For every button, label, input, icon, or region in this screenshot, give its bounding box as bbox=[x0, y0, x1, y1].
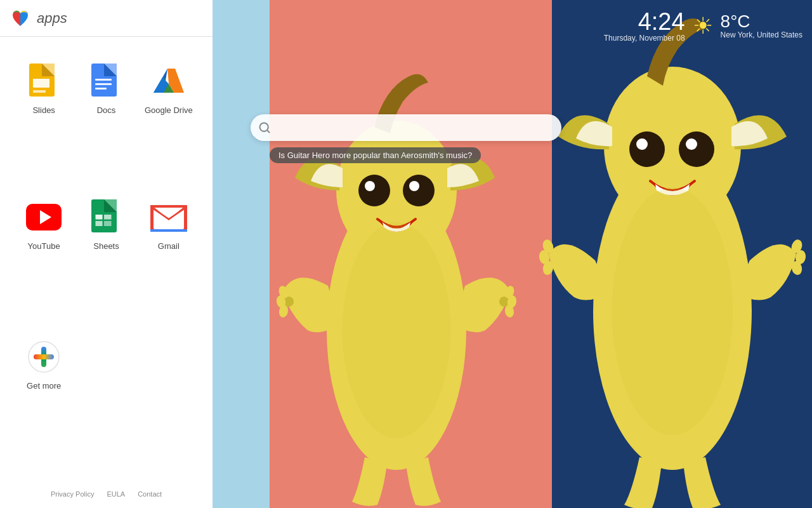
search-input-wrapper bbox=[251, 114, 561, 141]
sidebar-footer: Privacy Policy EULA Contact bbox=[0, 480, 213, 508]
svg-point-14 bbox=[343, 222, 450, 438]
get-more-label: Get more bbox=[27, 381, 61, 391]
svg-point-18 bbox=[679, 131, 714, 167]
app-item-gmail[interactable]: Gmail bbox=[138, 192, 200, 328]
svg-point-2 bbox=[358, 175, 390, 206]
svg-rect-32 bbox=[33, 79, 49, 88]
youtube-label: YouTube bbox=[28, 241, 60, 251]
search-bar: Is Guitar Hero more popular than Aerosmi… bbox=[251, 114, 561, 141]
apps-title: apps bbox=[37, 10, 67, 27]
sidebar: apps Slides bbox=[0, 0, 213, 508]
docs-label: Docs bbox=[97, 105, 116, 115]
sheets-label: Sheets bbox=[93, 241, 119, 251]
svg-rect-58 bbox=[34, 354, 54, 359]
privacy-policy-link[interactable]: Privacy Policy bbox=[51, 490, 94, 498]
apps-grid: Slides Docs bbox=[0, 37, 213, 480]
heart-logo bbox=[10, 8, 30, 29]
time-display: 4:24 bbox=[604, 10, 685, 34]
svg-rect-33 bbox=[33, 90, 46, 93]
app-item-sheets[interactable]: Sheets bbox=[75, 192, 137, 328]
slides-icon bbox=[25, 62, 63, 100]
svg-rect-38 bbox=[95, 88, 107, 90]
svg-rect-36 bbox=[95, 79, 112, 81]
slides-label: Slides bbox=[32, 105, 55, 115]
weather-widget: 4:24 Thursday, November 08 ☀ 8°C New Yor… bbox=[604, 10, 802, 43]
docs-icon bbox=[87, 62, 125, 100]
svg-rect-46 bbox=[104, 221, 112, 226]
svg-point-27 bbox=[612, 187, 733, 435]
svg-point-3 bbox=[403, 175, 435, 206]
sun-icon: ☀ bbox=[693, 13, 713, 39]
app-item-docs[interactable]: Docs bbox=[75, 56, 137, 192]
banana-character-right bbox=[539, 13, 806, 508]
svg-rect-45 bbox=[95, 221, 103, 226]
eula-link[interactable]: EULA bbox=[107, 490, 125, 498]
gmail-label: Gmail bbox=[158, 241, 180, 251]
get-more-icon bbox=[25, 338, 63, 376]
sidebar-header: apps bbox=[0, 0, 213, 37]
svg-rect-37 bbox=[95, 83, 112, 85]
svg-point-20 bbox=[686, 138, 697, 150]
svg-point-5 bbox=[409, 181, 419, 191]
svg-rect-54 bbox=[150, 229, 187, 232]
date-display: Thursday, November 08 bbox=[604, 34, 685, 43]
time-block: 4:24 Thursday, November 08 bbox=[604, 10, 685, 43]
sheets-icon bbox=[87, 198, 125, 236]
drive-icon bbox=[150, 62, 188, 100]
temp-block: 8°C New York, United States bbox=[721, 13, 802, 39]
app-item-slides[interactable]: Slides bbox=[13, 56, 75, 192]
search-icon bbox=[258, 121, 271, 134]
app-item-youtube[interactable]: YouTube bbox=[13, 192, 75, 328]
svg-line-29 bbox=[267, 130, 270, 133]
svg-point-4 bbox=[365, 181, 375, 191]
contact-link[interactable]: Contact bbox=[138, 490, 162, 498]
youtube-icon bbox=[25, 198, 63, 236]
svg-point-19 bbox=[636, 138, 648, 150]
get-more-button[interactable]: Get more bbox=[13, 331, 75, 467]
gmail-icon bbox=[150, 198, 188, 236]
search-input[interactable] bbox=[251, 114, 561, 141]
app-item-drive[interactable]: Google Drive bbox=[138, 56, 200, 192]
svg-point-17 bbox=[629, 131, 665, 167]
location-display: New York, United States bbox=[721, 30, 802, 39]
svg-rect-44 bbox=[104, 215, 112, 220]
svg-rect-55 bbox=[150, 205, 187, 208]
drive-label: Google Drive bbox=[145, 105, 193, 115]
temp-display: 8°C bbox=[721, 13, 802, 30]
svg-rect-43 bbox=[95, 215, 103, 220]
search-suggestion[interactable]: Is Guitar Hero more popular than Aerosmi… bbox=[270, 147, 481, 163]
